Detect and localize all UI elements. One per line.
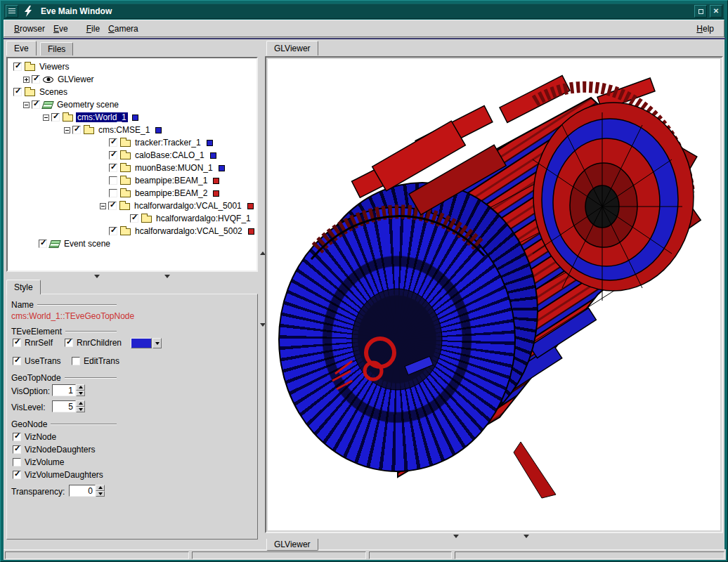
spin-up-button[interactable]: [76, 384, 85, 391]
tree-label[interactable]: beampipe:BEAM_2: [134, 188, 209, 198]
tree-label[interactable]: tracker:Tracker_1: [134, 138, 202, 148]
tree-label[interactable]: cms:CMSE_1: [97, 125, 151, 135]
checkbox-icon[interactable]: [13, 458, 21, 466]
splitter-arrow-icon[interactable]: [164, 275, 170, 278]
collapse-icon[interactable]: [23, 102, 30, 108]
vizvolume-checkbox[interactable]: VizVolume: [13, 457, 64, 467]
tree-item-muonbase-muon-1[interactable]: muonBase:MUON_1: [8, 162, 256, 174]
tree-label[interactable]: hcalforwardalgo:VCAL_5001: [133, 201, 243, 211]
tree-item-hcalforwardalgo-vcal-5001[interactable]: hcalforwardalgo:VCAL_5001: [8, 200, 256, 212]
vizvolumedaughters-checkbox[interactable]: VizVolumeDaughters: [13, 470, 103, 480]
tree-label[interactable]: hcalforwardalgo:VCAL_5002: [134, 226, 244, 236]
tree-label[interactable]: caloBase:CALO_1: [134, 150, 206, 160]
tree-item-viewers[interactable]: Viewers: [8, 60, 256, 73]
tree-checkbox[interactable]: [109, 164, 117, 172]
tree-checkbox[interactable]: [13, 88, 22, 96]
tree-editor-splitter[interactable]: [6, 273, 258, 279]
collapse-icon[interactable]: [64, 127, 70, 133]
tree-label[interactable]: Scenes: [38, 87, 69, 97]
tree-label[interactable]: Viewers: [38, 62, 70, 72]
tree-checkbox[interactable]: [109, 176, 117, 185]
tree-item-cms-world-1[interactable]: cms:World_1: [8, 111, 256, 124]
tree-item-calobase-calo-1[interactable]: caloBase:CALO_1: [8, 149, 256, 162]
tree-item-glviewer[interactable]: GLViewer: [8, 73, 256, 86]
tree-item-tracker-tracker-1[interactable]: tracker:Tracker_1: [8, 136, 256, 149]
vislevel-field[interactable]: 5: [52, 400, 76, 412]
tab-style[interactable]: Style: [6, 280, 41, 294]
transparency-field[interactable]: 0: [69, 485, 96, 497]
tree-item-beampipe-beam-2[interactable]: beampipe:BEAM_2: [8, 187, 256, 200]
checkbox-icon[interactable]: [13, 357, 21, 365]
checkbox-icon[interactable]: [13, 433, 21, 441]
tree-item-hcalforwardalgo-hvqf-1[interactable]: hcalforwardalgo:HVQF_1: [8, 212, 256, 225]
menu-eve[interactable]: Eve: [49, 22, 72, 35]
spin-down-button[interactable]: [76, 391, 85, 397]
window-menu-button[interactable]: [6, 5, 18, 18]
close-button[interactable]: ✕: [710, 5, 722, 18]
splitter-arrow-icon[interactable]: [524, 535, 529, 538]
tree-item-hcalforwardalgo-vcal-5002[interactable]: hcalforwardalgo:VCAL_5002: [8, 225, 256, 237]
tree-checkbox[interactable]: [72, 126, 81, 134]
color-swatch[interactable]: [131, 338, 152, 348]
tree-item-beampipe-beam-1[interactable]: beampipe:BEAM_1: [8, 174, 256, 187]
tree-checkbox[interactable]: [109, 138, 117, 147]
menu-browser[interactable]: Browser: [10, 22, 49, 35]
tree-label[interactable]: cms:World_1: [76, 112, 128, 122]
tab-glviewer-bottom[interactable]: GLViewer: [266, 539, 318, 551]
tree-checkbox[interactable]: [32, 75, 40, 84]
tree-label[interactable]: beampipe:BEAM_1: [134, 176, 209, 185]
tree-item-scenes[interactable]: Scenes: [8, 86, 256, 98]
tree-checkbox[interactable]: [108, 202, 117, 210]
checkbox-icon[interactable]: [13, 445, 21, 454]
tree-label[interactable]: GLViewer: [56, 74, 96, 84]
eve-tree[interactable]: ViewersGLViewerScenesGeometry scenecms:W…: [6, 57, 258, 272]
tree-checkbox[interactable]: [109, 189, 117, 197]
menu-help[interactable]: Help: [692, 22, 718, 35]
tree-item-cms-cmse-1[interactable]: cms:CMSE_1: [8, 124, 256, 136]
tree-checkbox[interactable]: [130, 214, 138, 223]
spin-down-button[interactable]: [96, 491, 105, 497]
tree-checkbox[interactable]: [109, 227, 117, 235]
tree-checkbox[interactable]: [109, 151, 117, 159]
checkbox-icon[interactable]: [13, 339, 21, 347]
collapse-icon[interactable]: [43, 115, 49, 121]
tree-item-geometry-scene[interactable]: Geometry scene: [8, 98, 256, 111]
gl-canvas[interactable]: [268, 59, 720, 530]
tree-label[interactable]: Event scene: [63, 239, 112, 249]
tab-glviewer[interactable]: GLViewer: [266, 41, 318, 55]
splitter-arrow-icon[interactable]: [94, 275, 100, 278]
tree-checkbox[interactable]: [13, 63, 22, 71]
titlebar[interactable]: Eve Main Window ✕: [4, 4, 724, 19]
tree-label[interactable]: Geometry scene: [56, 100, 120, 110]
checkbox-icon[interactable]: [13, 471, 21, 479]
transparency-stepper[interactable]: [96, 485, 105, 497]
spin-up-button[interactable]: [96, 485, 105, 491]
color-dropdown-button[interactable]: [152, 338, 162, 348]
vislevel-stepper[interactable]: [76, 400, 85, 412]
tree-label[interactable]: muonBase:MUON_1: [134, 163, 214, 173]
tab-files[interactable]: Files: [40, 42, 73, 55]
edittrans-checkbox[interactable]: EditTrans: [72, 356, 119, 366]
checkbox-icon[interactable]: [65, 339, 73, 347]
tree-checkbox[interactable]: [39, 240, 47, 248]
viznode-checkbox[interactable]: VizNode: [13, 432, 56, 442]
splitter-arrow-icon[interactable]: [453, 535, 459, 538]
usetrans-checkbox[interactable]: UseTrans: [13, 356, 61, 366]
menu-file[interactable]: File: [82, 22, 104, 35]
spin-down-button[interactable]: [76, 407, 85, 413]
tree-checkbox[interactable]: [51, 113, 60, 122]
viznodedaughters-checkbox[interactable]: VizNodeDaughters: [13, 445, 96, 455]
checkbox-icon[interactable]: [72, 357, 80, 365]
visoption-stepper[interactable]: [76, 384, 85, 396]
collapse-icon[interactable]: [100, 203, 106, 209]
expand-icon[interactable]: [23, 77, 30, 83]
tree-label[interactable]: hcalforwardalgo:HVQF_1: [155, 214, 252, 223]
rnrchildren-checkbox[interactable]: RnrChildren: [65, 338, 122, 348]
menu-camera[interactable]: Camera: [104, 22, 143, 35]
visoption-field[interactable]: 1: [52, 384, 76, 396]
tree-checkbox[interactable]: [32, 100, 40, 109]
rnrself-checkbox[interactable]: RnrSelf: [13, 338, 53, 348]
iconify-button[interactable]: [694, 5, 707, 18]
tab-eve[interactable]: Eve: [6, 41, 37, 55]
tree-item-event-scene[interactable]: Event scene: [8, 237, 256, 250]
